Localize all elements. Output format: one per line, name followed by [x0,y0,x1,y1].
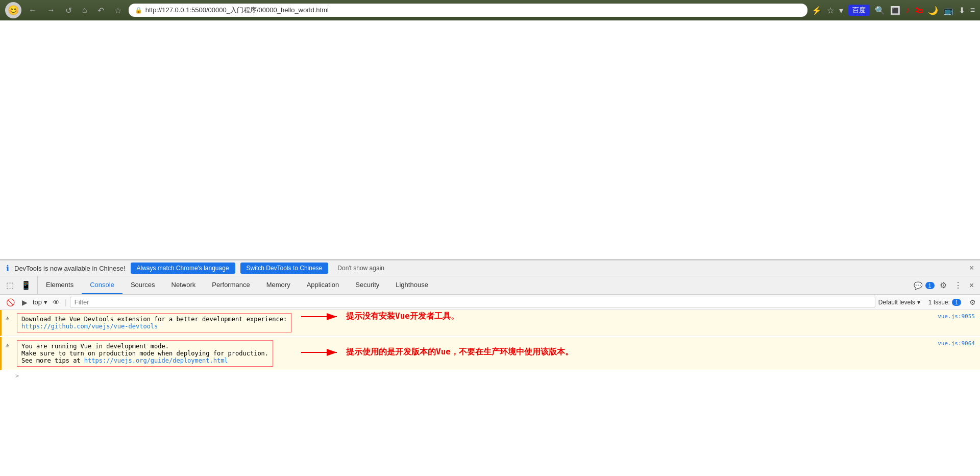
tab-elements[interactable]: Elements [38,276,82,294]
shopping-icon: 🛍 [915,6,923,15]
console-settings-icon[interactable]: ⚙ [969,298,976,306]
home-button[interactable]: ⌂ [79,4,90,17]
close-devtools-button[interactable]: × [967,280,976,291]
notification-text: DevTools is now available in Chinese! [14,265,126,272]
notification-close-button[interactable]: × [969,264,974,273]
context-label: top [33,298,42,306]
default-levels-label: Default levels [878,299,915,306]
message-link-2[interactable]: https://vuejs.org/guide/deployment.html [84,357,228,364]
message-content-1: Download the Vue Devtools extension for … [17,313,933,332]
download-icon: ⬇ [959,6,965,15]
chat-icon: 💬 [914,281,922,290]
annotation-2: 提示使用的是开发版本的Vue，不要在生产环境中使用该版本。 [301,347,573,358]
undo-button[interactable]: ↶ [94,4,107,17]
refresh-button[interactable]: ↺ [62,4,75,17]
dropdown-arrow-icon: ▾ [44,298,47,306]
message-link-1[interactable]: https://github.com/vuejs/vue-devtools [21,323,158,330]
context-dropdown[interactable]: top ▾ [33,298,47,306]
warn-icon-2: ⚠ [6,341,10,349]
forward-button[interactable]: → [44,4,58,17]
info-icon: ℹ [6,264,9,273]
star-icon: ☆ [827,6,834,15]
message-line3-prefix: See more tips at [21,357,84,364]
tab-memory[interactable]: Memory [258,276,299,294]
tab-performance[interactable]: Performance [204,276,258,294]
toggle-filter-button[interactable]: ▶ [20,297,30,307]
issue-badge-toolbar: 1 [952,299,961,306]
menu-icon[interactable]: ≡ [970,6,975,15]
separator: | [65,298,67,306]
url-text: http://127.0.0.1:5500/00000_入门程序/00000_h… [145,6,329,15]
baidu-search[interactable]: 百度 [848,5,870,16]
browser-right-icons: ⚡ ☆ ▾ 百度 🔍 🔳 ♪ 🛍 🌙 📺 ⬇ ≡ [812,5,975,16]
filter-input[interactable] [70,297,875,307]
issue-count-area: 1 Issue: 1 [928,299,966,306]
console-message-1: ⚠ Download the Vue Devtools extension fo… [0,310,980,336]
device-toolbar-button[interactable]: 📱 [19,279,33,291]
tab-console[interactable]: Console [82,276,122,294]
settings-button[interactable]: ⚙ [938,279,949,291]
tab-sources[interactable]: Sources [122,276,163,294]
default-levels-dropdown[interactable]: Default levels ▾ [878,299,925,306]
star-button[interactable]: ☆ [111,4,125,17]
cast-icon: 📺 [943,6,953,15]
devtools-notification: ℹ DevTools is now available in Chinese! … [0,260,980,276]
back-button[interactable]: ← [26,4,40,17]
clear-console-button[interactable]: 🚫 [4,297,17,307]
more-options-button[interactable]: ⋮ [952,279,964,291]
browser-chrome: 😊 ← → ↺ ⌂ ↶ ☆ 🔒 http://127.0.0.1:5500/00… [0,0,980,20]
tab-application[interactable]: Application [299,276,348,294]
warn-icon-1: ⚠ [6,314,10,322]
music-icon: ♪ [905,6,910,15]
console-toolbar: 🚫 ▶ top ▾ 👁 | Default levels ▾ 1 Issue: … [0,295,980,310]
switch-devtools-button[interactable]: Switch DevTools to Chinese [240,263,329,274]
console-content: ⚠ Download the Vue Devtools extension fo… [0,310,980,382]
tab-network[interactable]: Network [163,276,204,294]
annotation-text-1: 提示没有安装Vue开发者工具。 [346,311,459,322]
devtools-left-icons: ⬚ 📱 [0,276,38,294]
console-prompt-symbol: > [15,372,19,379]
annotation-1: 提示没有安装Vue开发者工具。 [301,311,459,322]
annotation-arrow-2 [301,347,342,358]
message-line2-2: Make sure to turn on production mode whe… [21,350,268,357]
message-source-2[interactable]: vue.js:9064 [938,340,975,347]
issue-badge: 1 [925,282,935,289]
devtools-tabs: ⬚ 📱 Elements Console Sources Network Per… [0,276,980,295]
address-bar[interactable]: 🔒 http://127.0.0.1:5500/00000_入门程序/00000… [129,4,807,17]
issue-text: 1 Issue: [928,299,950,306]
inspect-element-button[interactable]: ⬚ [4,279,16,291]
lock-icon: 🔒 [135,7,142,14]
console-prompt-line[interactable]: > [0,370,980,382]
browser-avatar: 😊 [5,2,21,18]
annotation-arrow-1 [301,312,342,322]
devtools-panel: ℹ DevTools is now available in Chinese! … [0,259,980,382]
message-bordered-1: Download the Vue Devtools extension for … [17,313,291,332]
lightning-icon: ⚡ [812,6,822,15]
devtools-tab-right: 💬 1 ⚙ ⋮ × [910,276,980,294]
default-levels-arrow: ▾ [917,299,920,306]
extensions-icon: 🔳 [890,6,900,15]
message-line1-2: You are running Vue in development mode. [21,343,169,350]
dont-show-button[interactable]: Don't show again [333,263,388,274]
dropdown-icon: ▾ [839,6,843,15]
tab-security[interactable]: Security [347,276,387,294]
page-content [0,20,980,259]
search-icon[interactable]: 🔍 [875,6,885,15]
always-match-button[interactable]: Always match Chrome's language [131,263,235,274]
message-bordered-2: You are running Vue in development mode.… [17,340,273,367]
sleep-icon: 🌙 [928,6,938,15]
message-source-1[interactable]: vue.js:9055 [938,313,975,320]
tab-lighthouse[interactable]: Lighthouse [387,276,436,294]
eye-button[interactable]: 👁 [51,297,62,307]
annotation-text-2: 提示使用的是开发版本的Vue，不要在生产环境中使用该版本。 [346,347,573,358]
message-line1-1: Download the Vue Devtools extension for … [21,316,287,323]
